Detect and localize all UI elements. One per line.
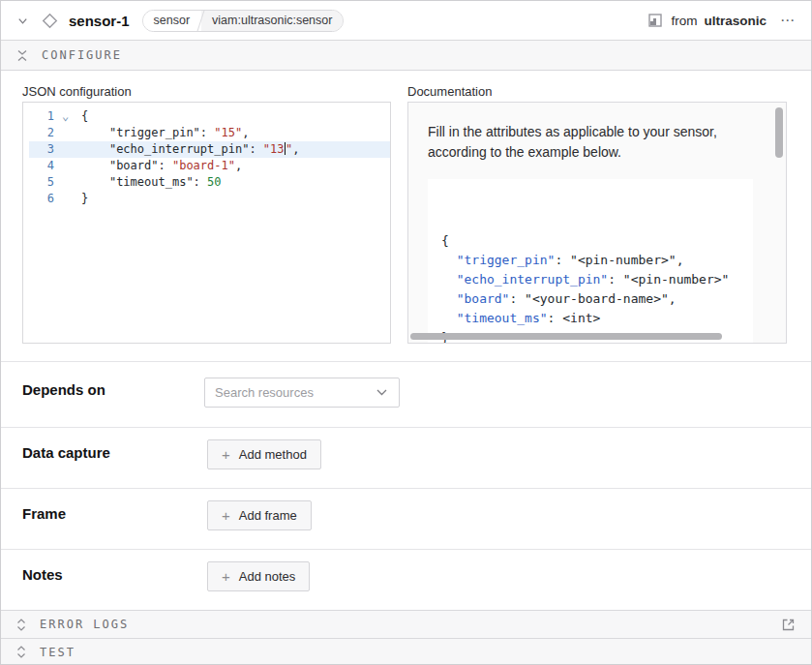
add-frame-button[interactable]: + Add frame <box>207 500 312 530</box>
documentation-code-example: { "trigger_pin": "<pin-number>", "echo_i… <box>428 179 753 344</box>
json-config-editor[interactable]: 1⌄{2 "trigger_pin": "15",3 "echo_interru… <box>22 102 391 344</box>
documentation-panel: Fill in the attributes as applicable to … <box>407 102 787 344</box>
module-icon <box>647 12 664 29</box>
expand-vertical-icon[interactable] <box>15 644 28 660</box>
chevron-down-icon <box>375 387 389 398</box>
depends-on-label: Depends on <box>22 381 204 398</box>
component-header: sensor-1 sensor viam:ultrasonic:sensor f… <box>1 1 811 40</box>
doc-horizontal-scrollbar[interactable] <box>410 333 722 340</box>
open-in-new-window-icon[interactable] <box>780 616 797 633</box>
component-name: sensor-1 <box>69 13 130 29</box>
data-capture-label: Data capture <box>22 444 204 461</box>
plus-icon: + <box>222 447 230 462</box>
add-method-button[interactable]: + Add method <box>207 439 321 469</box>
plus-icon: + <box>222 508 230 523</box>
doc-vertical-scrollbar[interactable] <box>775 107 783 158</box>
configure-section-label: CONFIGURE <box>42 48 122 62</box>
frame-label: Frame <box>22 505 204 522</box>
from-module-wrap: from ultrasonic <box>647 12 767 29</box>
add-notes-button[interactable]: + Add notes <box>207 561 310 591</box>
collapse-chevron-icon[interactable] <box>15 13 31 29</box>
json-configuration-label: JSON configuration <box>22 84 132 99</box>
depends-on-row: Depends on Search resources <box>1 361 811 427</box>
from-prefix: from <box>671 14 697 28</box>
error-logs-section-bar[interactable]: ERROR LOGS <box>1 610 811 638</box>
notes-label: Notes <box>22 566 204 583</box>
depends-on-select[interactable]: Search resources <box>204 378 400 408</box>
configure-body: JSON configuration Documentation 1⌄{2 "t… <box>1 71 811 361</box>
documentation-label: Documentation <box>407 84 492 99</box>
expand-vertical-icon[interactable] <box>15 617 28 633</box>
from-module-name[interactable]: ultrasonic <box>704 14 767 28</box>
error-logs-section-label: ERROR LOGS <box>40 618 129 631</box>
configure-section-bar[interactable]: CONFIGURE <box>1 40 811 71</box>
test-section-bar[interactable]: TEST <box>1 638 811 665</box>
badge-model: viam:ultrasonic:sensor <box>201 11 343 31</box>
frame-row: Frame + Add frame <box>1 488 811 549</box>
component-type-badge: sensor viam:ultrasonic:sensor <box>142 10 345 32</box>
badge-type: sensor <box>143 11 201 31</box>
collapse-vertical-icon[interactable] <box>15 47 30 64</box>
notes-row: Notes + Add notes <box>1 549 811 610</box>
documentation-paragraph: Fill in the attributes as applicable to … <box>428 122 753 163</box>
depends-on-placeholder: Search resources <box>215 385 375 400</box>
sensor-diamond-icon <box>40 11 60 31</box>
test-section-label: TEST <box>40 646 75 659</box>
plus-icon: + <box>222 569 230 584</box>
data-capture-row: Data capture + Add method <box>1 427 811 488</box>
component-card: sensor-1 sensor viam:ultrasonic:sensor f… <box>0 0 812 665</box>
overflow-menu-button[interactable]: ⋯ <box>778 12 797 29</box>
